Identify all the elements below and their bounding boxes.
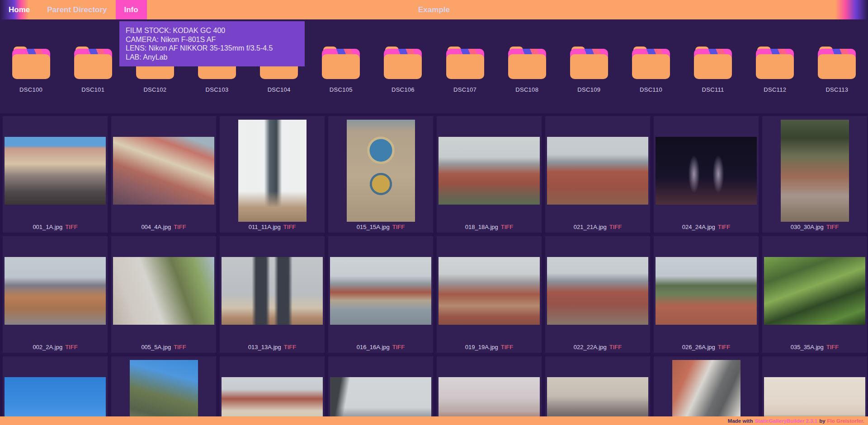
tiff-link[interactable]: TIFF	[501, 344, 513, 350]
folder-item[interactable]: DSC107	[434, 47, 496, 93]
tiff-link[interactable]: TIFF	[609, 224, 622, 230]
photo-thumbnail[interactable]	[547, 137, 648, 205]
folder-item[interactable]: DSC100	[0, 47, 62, 93]
tiff-link[interactable]: TIFF	[65, 344, 77, 350]
photo-thumbnail[interactable]	[330, 377, 431, 416]
photo-thumbnail[interactable]	[5, 257, 106, 325]
tiff-link[interactable]: TIFF	[392, 344, 405, 350]
photo-thumbnail[interactable]	[439, 257, 540, 325]
photo-caption: 019_19A.jpgTIFF	[465, 342, 513, 353]
photo-thumbnail[interactable]	[130, 360, 198, 416]
folder-icon	[570, 47, 608, 79]
tiff-link[interactable]: TIFF	[718, 224, 730, 230]
tiff-link[interactable]: TIFF	[718, 344, 730, 350]
gallery-cell: 024_24A.jpgTIFF	[654, 116, 759, 233]
info-line-film-stock: FILM STOCK: KODAK GC 400	[126, 26, 298, 35]
tiff-link[interactable]: TIFF	[174, 224, 186, 230]
tiff-link[interactable]: TIFF	[284, 344, 296, 350]
gallery-cell: 022_22A.jpgTIFF	[545, 236, 650, 353]
photo-caption: 005_5A.jpgTIFF	[141, 342, 186, 353]
gallery-cell	[3, 356, 108, 416]
gallery-cell: 019_19A.jpgTIFF	[437, 236, 542, 353]
photo-thumbnail[interactable]	[781, 120, 849, 222]
nav-home-link[interactable]: Home	[0, 0, 38, 19]
folder-icon	[322, 47, 360, 79]
photo-filename: 026_26A.jpg	[682, 344, 715, 350]
folder-label: DSC102	[143, 86, 166, 93]
folder-label: DSC105	[330, 86, 353, 93]
photo-thumbnail[interactable]	[764, 377, 865, 416]
photo-caption: 002_2A.jpgTIFF	[33, 342, 77, 353]
gallery-cell	[220, 356, 325, 416]
photo-thumbnail[interactable]	[439, 137, 540, 205]
photo-caption: 035_35A.jpgTIFF	[791, 342, 839, 353]
folder-item[interactable]: DSC109	[558, 47, 620, 93]
photo-thumbnail[interactable]	[547, 377, 648, 416]
tiff-link[interactable]: TIFF	[826, 224, 839, 230]
gallery-cell: 013_13A.jpgTIFF	[220, 236, 325, 353]
folder-label: DSC106	[392, 86, 415, 93]
photo-thumbnail[interactable]	[547, 257, 648, 325]
photo-thumbnail[interactable]	[656, 257, 757, 325]
gallery-cell	[654, 356, 759, 416]
info-line-lab: LAB: AnyLab	[126, 53, 298, 62]
folder-label: DSC100	[19, 86, 42, 93]
folder-item[interactable]: DSC110	[620, 47, 682, 93]
photo-filename: 016_16A.jpg	[357, 344, 390, 350]
photo-thumbnail[interactable]	[5, 377, 106, 416]
tiff-link[interactable]: TIFF	[826, 344, 839, 350]
folder-icon	[446, 47, 484, 79]
folder-label: DSC113	[826, 86, 848, 93]
photo-caption: 011_11A.jpgTIFF	[249, 222, 296, 233]
folder-icon	[508, 47, 546, 79]
footer-author-link[interactable]: Flo Greistorfer.	[827, 418, 864, 424]
gallery-cell: 004_4A.jpgTIFF	[111, 116, 216, 233]
photo-filename: 011_11A.jpg	[249, 224, 281, 230]
folder-icon	[694, 47, 732, 79]
folder-item[interactable]: DSC106	[372, 47, 434, 93]
folder-icon	[632, 47, 670, 79]
nav-info-tab[interactable]: Info	[116, 0, 147, 19]
photo-caption: 024_24A.jpgTIFF	[682, 222, 730, 233]
photo-thumbnail[interactable]	[113, 257, 214, 325]
folder-label: DSC108	[515, 86, 538, 93]
gallery-cell: 001_1A.jpgTIFF	[3, 116, 108, 233]
photo-thumbnail[interactable]	[439, 377, 540, 416]
photo-thumbnail[interactable]	[672, 360, 741, 416]
folder-item[interactable]: DSC111	[682, 47, 744, 93]
folder-label: DSC104	[268, 86, 291, 93]
folder-item[interactable]: DSC101	[62, 47, 124, 93]
folder-item[interactable]: DSC108	[496, 47, 558, 93]
photo-caption: 013_13A.jpgTIFF	[248, 342, 296, 353]
tiff-link[interactable]: TIFF	[501, 224, 513, 230]
tiff-link[interactable]: TIFF	[392, 224, 405, 230]
info-line-lens: LENS: Nikon AF NIKKOR 35-135mm f/3.5-4.5	[126, 44, 298, 53]
tiff-link[interactable]: TIFF	[283, 224, 296, 230]
photo-filename: 018_18A.jpg	[465, 224, 498, 230]
folder-label: DSC110	[640, 86, 662, 93]
photo-thumbnail[interactable]	[656, 137, 757, 205]
gallery-cell: 018_18A.jpgTIFF	[437, 116, 542, 233]
photo-thumbnail[interactable]	[330, 257, 431, 325]
nav-parent-directory-link[interactable]: Parent Directory	[38, 0, 115, 19]
tiff-link[interactable]: TIFF	[65, 224, 77, 230]
photo-thumbnail[interactable]	[347, 120, 415, 222]
photo-thumbnail[interactable]	[222, 257, 323, 325]
folder-label: DSC107	[453, 86, 476, 93]
folder-label: DSC103	[206, 86, 229, 93]
footer-builder-link[interactable]: StaticGalleryBuilder 2.3.1	[755, 418, 817, 424]
photo-filename: 024_24A.jpg	[682, 224, 715, 230]
tiff-link[interactable]: TIFF	[609, 344, 622, 350]
footer-by-text: by	[819, 418, 825, 424]
photo-thumbnail[interactable]	[238, 120, 307, 222]
photo-thumbnail[interactable]	[113, 137, 214, 205]
folder-item[interactable]: DSC113	[806, 47, 868, 93]
photo-thumbnail[interactable]	[764, 257, 865, 325]
folder-item[interactable]: DSC105	[310, 47, 372, 93]
folder-icon	[818, 47, 856, 79]
tiff-link[interactable]: TIFF	[174, 344, 186, 350]
photo-thumbnail[interactable]	[5, 137, 106, 205]
gallery-cell: 015_15A.jpgTIFF	[328, 116, 433, 233]
photo-thumbnail[interactable]	[222, 377, 323, 416]
folder-item[interactable]: DSC112	[744, 47, 806, 93]
